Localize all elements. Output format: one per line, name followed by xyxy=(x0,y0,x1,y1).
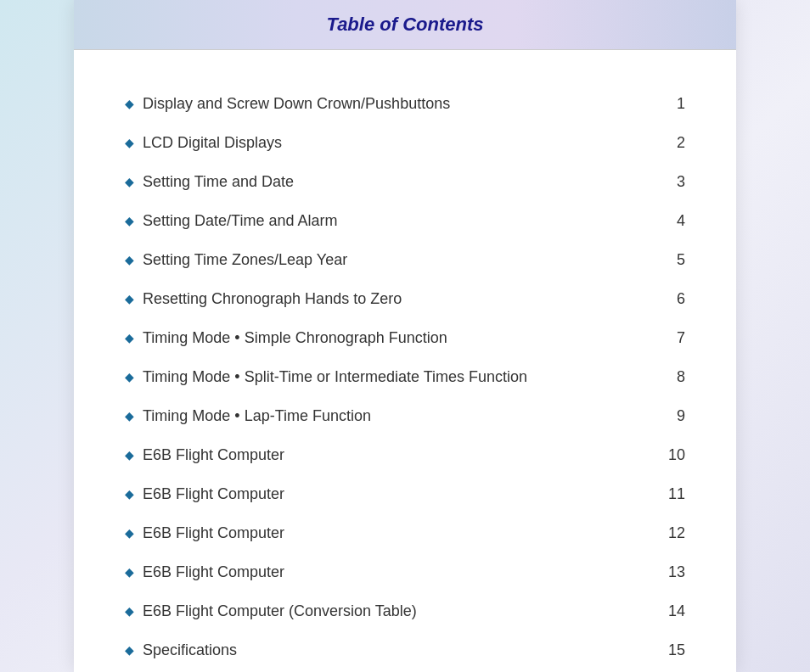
toc-item-label: Resetting Chronograph Hands to Zero xyxy=(143,290,402,308)
toc-row: ◆E6B Flight Computer12 xyxy=(125,513,685,552)
toc-item-label: Specifications xyxy=(143,641,237,659)
toc-row: ◆Resetting Chronograph Hands to Zero6 xyxy=(125,279,685,318)
toc-page-number: 14 xyxy=(642,591,685,630)
toc-label-cell: ◆Display and Screw Down Crown/Pushbutton… xyxy=(125,84,642,123)
toc-item-label: Timing Mode • Lap-Time Function xyxy=(143,407,371,425)
toc-label-cell: ◆Setting Date/Time and Alarm xyxy=(125,201,642,240)
toc-page-number: 9 xyxy=(642,396,685,435)
toc-row: ◆E6B Flight Computer13 xyxy=(125,552,685,591)
toc-item-label: E6B Flight Computer xyxy=(143,524,284,542)
toc-item-label: E6B Flight Computer (Conversion Table) xyxy=(143,602,417,620)
toc-label-cell: ◆Setting Time Zones/Leap Year xyxy=(125,240,642,279)
toc-row: ◆Specifications15 xyxy=(125,630,685,669)
toc-label-cell: ◆E6B Flight Computer xyxy=(125,435,642,474)
toc-label-cell: ◆Setting Time and Date xyxy=(125,162,642,201)
toc-row: ◆Setting Time Zones/Leap Year5 xyxy=(125,240,685,279)
toc-label-cell: ◆Timing Mode • Split-Time or Intermediat… xyxy=(125,357,642,396)
toc-page-number: 7 xyxy=(642,318,685,357)
toc-label-cell: ◆E6B Flight Computer (Conversion Table) xyxy=(125,591,642,630)
diamond-icon: ◆ xyxy=(125,331,134,344)
diamond-icon: ◆ xyxy=(125,526,134,540)
toc-item-label: E6B Flight Computer xyxy=(143,485,284,503)
toc-label-cell: ◆LCD Digital Displays xyxy=(125,123,642,162)
toc-item-label: E6B Flight Computer xyxy=(143,446,284,464)
toc-row: ◆LCD Digital Displays2 xyxy=(125,123,685,162)
toc-label-cell: ◆E6B Flight Computer xyxy=(125,474,642,513)
diamond-icon: ◆ xyxy=(125,253,134,266)
toc-row: ◆E6B Flight Computer (Conversion Table)1… xyxy=(125,591,685,630)
toc-item-label: Display and Screw Down Crown/Pushbuttons xyxy=(143,95,450,113)
toc-item-label: Timing Mode • Split-Time or Intermediate… xyxy=(143,368,527,386)
toc-page-number: 5 xyxy=(642,240,685,279)
diamond-icon: ◆ xyxy=(125,370,134,384)
diamond-icon: ◆ xyxy=(125,292,134,305)
diamond-icon: ◆ xyxy=(125,97,134,110)
toc-row: ◆E6B Flight Computer11 xyxy=(125,474,685,513)
page-header: Table of Contents xyxy=(74,0,736,50)
toc-item-label: E6B Flight Computer xyxy=(143,563,284,581)
toc-item-label: Setting Time and Date xyxy=(143,173,294,191)
diamond-icon: ◆ xyxy=(125,565,134,579)
toc-row: ◆Setting Date/Time and Alarm4 xyxy=(125,201,685,240)
toc-label-cell: ◆E6B Flight Computer xyxy=(125,552,642,591)
toc-row: ◆Timing Mode • Lap-Time Function9 xyxy=(125,396,685,435)
diamond-icon: ◆ xyxy=(125,214,134,227)
toc-page-number: 4 xyxy=(642,201,685,240)
toc-label-cell: ◆Timing Mode • Simple Chronograph Functi… xyxy=(125,318,642,357)
toc-page-number: 1 xyxy=(642,84,685,123)
toc-item-label: Timing Mode • Simple Chronograph Functio… xyxy=(143,329,447,347)
toc-row: ◆Display and Screw Down Crown/Pushbutton… xyxy=(125,84,685,123)
toc-page-number: 8 xyxy=(642,357,685,396)
toc-content: ◆Display and Screw Down Crown/Pushbutton… xyxy=(74,50,736,672)
toc-page-number: 15 xyxy=(642,630,685,669)
diamond-icon: ◆ xyxy=(125,448,134,462)
diamond-icon: ◆ xyxy=(125,409,134,423)
toc-row: ◆Timing Mode • Split-Time or Intermediat… xyxy=(125,357,685,396)
toc-page-number: 6 xyxy=(642,279,685,318)
diamond-icon: ◆ xyxy=(125,487,134,501)
diamond-icon: ◆ xyxy=(125,604,134,618)
toc-page-number: 2 xyxy=(642,123,685,162)
toc-page-number: 3 xyxy=(642,162,685,201)
toc-row: ◆Setting Time and Date3 xyxy=(125,162,685,201)
toc-page-number: 11 xyxy=(642,474,685,513)
toc-page-number: 10 xyxy=(642,435,685,474)
toc-item-label: Setting Time Zones/Leap Year xyxy=(143,251,347,269)
toc-item-label: LCD Digital Displays xyxy=(143,134,282,152)
toc-label-cell: ◆Timing Mode • Lap-Time Function xyxy=(125,396,642,435)
diamond-icon: ◆ xyxy=(125,136,134,149)
toc-table: ◆Display and Screw Down Crown/Pushbutton… xyxy=(125,84,685,669)
toc-row: ◆Timing Mode • Simple Chronograph Functi… xyxy=(125,318,685,357)
toc-page-number: 12 xyxy=(642,513,685,552)
toc-item-label: Setting Date/Time and Alarm xyxy=(143,212,337,230)
toc-label-cell: ◆Specifications xyxy=(125,630,642,669)
page-title: Table of Contents xyxy=(327,14,484,35)
toc-row: ◆E6B Flight Computer10 xyxy=(125,435,685,474)
toc-label-cell: ◆E6B Flight Computer xyxy=(125,513,642,552)
diamond-icon: ◆ xyxy=(125,175,134,188)
diamond-icon: ◆ xyxy=(125,643,134,657)
page-container: Table of Contents ◆Display and Screw Dow… xyxy=(74,0,736,672)
toc-label-cell: ◆Resetting Chronograph Hands to Zero xyxy=(125,279,642,318)
toc-page-number: 13 xyxy=(642,552,685,591)
